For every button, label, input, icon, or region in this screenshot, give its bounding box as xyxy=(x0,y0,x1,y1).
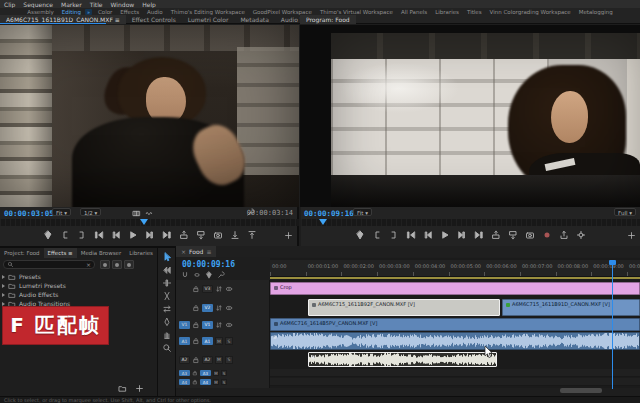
tab-timeline-sequence[interactable]: × Food ≡ xyxy=(176,246,216,257)
source-overwrite-button[interactable] xyxy=(226,229,243,240)
menu-item-help[interactable]: Help xyxy=(138,1,160,8)
program-button-editor-button[interactable] xyxy=(627,231,636,240)
effects-folder-presets[interactable]: Presets xyxy=(0,272,157,281)
program-out-button[interactable] xyxy=(385,229,402,240)
menu-item-title[interactable]: Title xyxy=(86,1,107,8)
tab-lumetri-color[interactable]: Lumetri Color xyxy=(182,15,235,24)
zoom-tool[interactable] xyxy=(162,343,172,353)
source-step-fwd-button[interactable] xyxy=(141,229,158,240)
timeline-playhead[interactable] xyxy=(612,261,613,389)
source-zoom-select[interactable]: Fit ▾ xyxy=(52,208,71,216)
tab-media-browser[interactable]: Media Browser xyxy=(77,248,126,258)
source-insert-button[interactable] xyxy=(243,229,260,240)
clip-v2a[interactable]: A6M6C715_1611B92F_CANON.MXF [V] xyxy=(308,299,500,316)
program-step-fwd-button[interactable] xyxy=(453,229,470,240)
source-playhead[interactable] xyxy=(140,219,148,225)
timeline-playhead-marker[interactable] xyxy=(609,260,616,265)
source-step-back-button[interactable] xyxy=(107,229,124,240)
tab-metadata[interactable]: Metadata xyxy=(234,15,274,24)
program-playhead[interactable] xyxy=(319,219,327,225)
program-in-button[interactable] xyxy=(368,229,385,240)
program-export-button[interactable] xyxy=(555,229,572,240)
source-goto-out-button[interactable] xyxy=(158,229,175,240)
program-step-back-button[interactable] xyxy=(419,229,436,240)
menu-item-window[interactable]: Window xyxy=(107,1,139,8)
tab-project-food[interactable]: Project: Food xyxy=(0,248,44,258)
tab-program-monitor[interactable]: Program: Food xyxy=(300,15,356,24)
workspace-libraries[interactable]: Libraries xyxy=(431,9,463,15)
source-marker-button[interactable] xyxy=(39,229,56,240)
source-video-frame[interactable] xyxy=(0,25,299,207)
menu-item-clip[interactable]: Clip xyxy=(0,1,19,8)
tab-effects[interactable]: Effects ≡ xyxy=(44,248,77,258)
new-bin-button[interactable] xyxy=(118,384,127,394)
new-item-button[interactable] xyxy=(135,384,144,394)
panel-menu-icon[interactable]: ≡ xyxy=(206,248,211,255)
twirl-icon[interactable] xyxy=(2,293,5,297)
drag-video-icon[interactable] xyxy=(132,209,141,218)
selection-tool[interactable] xyxy=(162,252,172,262)
program-extract-button[interactable] xyxy=(504,229,521,240)
clip-v3[interactable]: Crop xyxy=(270,282,640,295)
program-goto-out-button[interactable] xyxy=(470,229,487,240)
program-timecode[interactable]: 00:00:09:16 xyxy=(304,209,354,218)
effects-folder-audio-effects[interactable]: Audio Effects xyxy=(0,290,157,299)
close-icon[interactable]: × xyxy=(181,248,186,255)
effects-search-input[interactable]: × xyxy=(3,260,95,269)
tab-effect-controls[interactable]: Effect Controls xyxy=(126,15,182,24)
workspace-vinn-colorgrading-workspace[interactable]: Vinn Colorgrading Workspace xyxy=(486,9,575,15)
ripple-edit-tool[interactable] xyxy=(162,278,172,288)
filter-32bit-button[interactable] xyxy=(112,260,122,269)
track-select-tool[interactable] xyxy=(162,265,172,275)
source-resolution-select[interactable]: 1/2 ▾ xyxy=(80,208,101,216)
clip-v1[interactable]: A6M6C716_1614B5PV_CANON.MXF [V] xyxy=(270,318,640,331)
source-extract-button[interactable] xyxy=(192,229,209,240)
program-play-button[interactable] xyxy=(436,229,453,240)
clip-a1[interactable] xyxy=(270,332,640,350)
effects-folder-lumetri-presets[interactable]: Lumetri Presets xyxy=(0,281,157,290)
hand-tool[interactable] xyxy=(162,330,172,340)
pen-tool[interactable] xyxy=(162,317,172,327)
source-play-button[interactable] xyxy=(124,229,141,240)
program-settings-button[interactable] xyxy=(572,229,589,240)
program-marker-button[interactable] xyxy=(351,229,368,240)
program-goto-in-button[interactable] xyxy=(402,229,419,240)
clip-a2[interactable] xyxy=(308,352,497,367)
filter-accelerated-button[interactable] xyxy=(100,260,110,269)
razor-tool[interactable] xyxy=(162,291,172,301)
source-out-button[interactable] xyxy=(73,229,90,240)
program-lift-button[interactable] xyxy=(487,229,504,240)
program-resolution-select[interactable]: Full ▾ xyxy=(614,208,636,216)
source-timecode[interactable]: 00:00:03:05 xyxy=(4,209,54,218)
wrench-button[interactable] xyxy=(217,271,225,279)
drag-audio-icon[interactable] xyxy=(145,209,154,218)
link-button[interactable] xyxy=(193,271,201,279)
workspace-metalogging[interactable]: Metalogging xyxy=(575,9,617,15)
program-scrub-bar[interactable] xyxy=(301,219,640,226)
program-record-button[interactable] xyxy=(538,229,555,240)
twirl-icon[interactable] xyxy=(2,284,5,288)
button-editor-button[interactable] xyxy=(284,231,293,240)
timeline-timecode[interactable]: 00:00:09:16 xyxy=(182,260,235,269)
twirl-icon[interactable] xyxy=(2,275,5,279)
filter-yuv-button[interactable] xyxy=(124,260,134,269)
workspace-titles[interactable]: Titles xyxy=(463,9,486,15)
source-in-button[interactable] xyxy=(56,229,73,240)
source-lift-button[interactable] xyxy=(175,229,192,240)
timeline-scrollbar[interactable] xyxy=(560,388,602,393)
marker-button[interactable] xyxy=(205,271,213,279)
menu-item-marker[interactable]: Marker xyxy=(57,1,86,8)
program-camera-button[interactable] xyxy=(521,229,538,240)
source-goto-in-button[interactable] xyxy=(90,229,107,240)
menu-item-sequence[interactable]: Sequence xyxy=(19,1,57,8)
source-scrub-bar[interactable] xyxy=(0,219,299,226)
tab-libraries[interactable]: Libraries xyxy=(125,248,157,258)
magnet-button[interactable] xyxy=(181,271,189,279)
workspace-all-panels[interactable]: All Panels xyxy=(397,9,431,15)
twirl-icon[interactable] xyxy=(2,302,5,306)
program-video-frame[interactable] xyxy=(331,33,640,207)
program-zoom-select[interactable]: Fit ▾ xyxy=(353,208,372,216)
clip-v2b[interactable]: A6M6C715_1611B91D_CANON.MXF [V] xyxy=(502,299,640,316)
slip-tool[interactable] xyxy=(162,304,172,314)
search-clear-icon[interactable]: × xyxy=(86,262,91,268)
